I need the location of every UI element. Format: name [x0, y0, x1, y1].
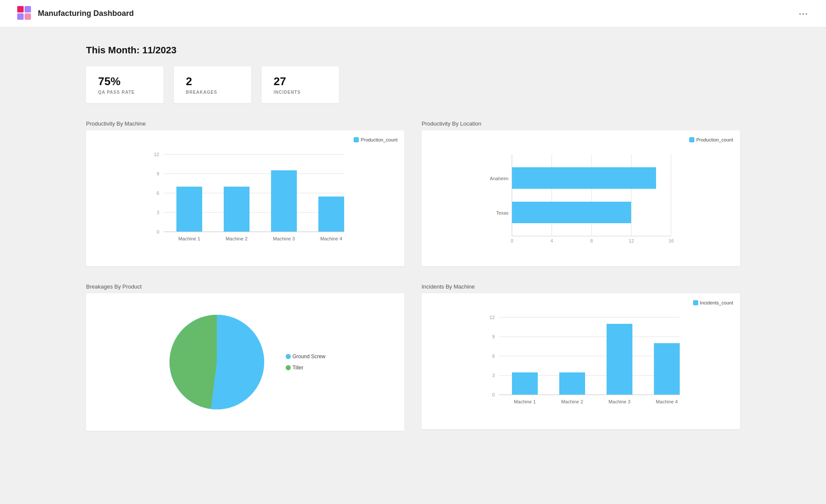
kpi-qa-label: QA PASS RATE	[98, 90, 151, 95]
kpi-card-breakages: 2 BREAKAGES	[174, 66, 251, 103]
grid-menu-icon[interactable]: ⋯	[798, 8, 809, 19]
legend-label-tiller: Tiller	[293, 365, 304, 371]
svg-text:Machine 3: Machine 3	[273, 236, 295, 241]
kpi-incidents-label: INCIDENTS	[274, 90, 327, 95]
app-logo-icon	[17, 6, 33, 22]
bottom-charts-grid: Breakages By Product	[86, 283, 740, 431]
bar-incidents-machine4	[654, 343, 680, 395]
svg-text:6: 6	[492, 353, 495, 359]
svg-text:4: 4	[550, 238, 553, 243]
svg-text:Machine 2: Machine 2	[561, 399, 583, 404]
legend-item-prod-location: Production_count	[689, 137, 733, 142]
incidents-by-machine-section: Incidents By Machine Incidents_count	[422, 283, 740, 431]
breakages-by-product-section: Breakages By Product	[86, 283, 404, 431]
legend-tiller: Tiller	[286, 365, 326, 371]
incidents-machine-title: Incidents By Machine	[422, 283, 740, 290]
productivity-location-legend: Production_count	[428, 137, 733, 142]
svg-text:Anaheim: Anaheim	[490, 176, 509, 181]
legend-dot-production	[354, 137, 359, 142]
legend-label-prod-location: Production_count	[696, 137, 733, 142]
bar-incidents-machine2	[559, 372, 585, 395]
pie-gs-seg	[211, 315, 264, 409]
legend-label-gs: Ground Screw	[293, 353, 326, 360]
svg-text:Machine 1: Machine 1	[514, 399, 536, 404]
productivity-location-chart: Production_count 0	[422, 130, 740, 266]
svg-text:8: 8	[590, 238, 593, 243]
productivity-machine-chart: Production_count 12 9 6 3 0	[86, 130, 404, 266]
breakages-product-chart: Ground Screw Tiller	[86, 293, 404, 431]
kpi-qa-value: 75%	[98, 75, 151, 88]
svg-rect-0	[17, 6, 24, 12]
kpi-incidents-value: 27	[274, 75, 327, 88]
bar-texas	[512, 202, 631, 223]
productivity-location-title: Productivity By Location	[422, 120, 740, 127]
top-charts-grid: Productivity By Machine Production_count	[86, 120, 740, 266]
bar-machine3	[271, 170, 297, 232]
productivity-by-machine-section: Productivity By Machine Production_count	[86, 120, 404, 266]
kpi-breakages-value: 2	[186, 75, 239, 88]
productivity-machine-legend: Production_count	[93, 137, 398, 142]
svg-text:0: 0	[157, 229, 159, 234]
bar-machine1	[176, 187, 202, 232]
productivity-by-location-section: Productivity By Location Production_coun…	[422, 120, 740, 266]
bar-incidents-machine3	[607, 324, 632, 395]
productivity-machine-title: Productivity By Machine	[86, 120, 404, 127]
legend-dot-gs	[286, 354, 291, 359]
pie-tiller-seg	[170, 315, 217, 409]
legend-dot-tiller	[286, 365, 291, 370]
svg-text:12: 12	[629, 238, 634, 243]
svg-rect-2	[17, 13, 24, 20]
bar-chart-machine-svg: 12 9 6 3 0 Machine	[93, 146, 398, 258]
svg-text:12: 12	[490, 315, 495, 320]
bar-machine4	[318, 197, 344, 232]
incidents-machine-chart: Incidents_count 12 9 6 3 0	[422, 293, 740, 429]
pie-chart-svg	[165, 310, 268, 414]
bar-incidents-machine1	[512, 372, 538, 395]
svg-text:Texas: Texas	[496, 210, 509, 215]
svg-text:6: 6	[157, 191, 159, 196]
svg-text:Machine 4: Machine 4	[321, 236, 342, 241]
legend-ground-screw: Ground Screw	[286, 353, 326, 360]
period-title: This Month: 11/2023	[86, 45, 740, 56]
svg-text:9: 9	[157, 171, 159, 176]
app-header: Manufacturing Dashboard ⋯	[0, 0, 826, 28]
bar-machine2	[224, 187, 250, 232]
svg-rect-1	[25, 6, 31, 12]
svg-text:3: 3	[157, 210, 159, 215]
legend-item-production: Production_count	[354, 137, 398, 142]
svg-rect-3	[25, 13, 31, 20]
svg-text:Machine 1: Machine 1	[179, 236, 200, 241]
svg-text:Machine 4: Machine 4	[656, 399, 678, 404]
kpi-card-incidents: 27 INCIDENTS	[262, 66, 339, 103]
incidents-machine-legend: Incidents_count	[428, 300, 733, 305]
kpi-card-qa: 75% QA PASS RATE	[86, 66, 163, 103]
header-left: Manufacturing Dashboard	[17, 6, 134, 22]
app-title: Manufacturing Dashboard	[38, 9, 134, 18]
bar-chart-location-svg: 0 4 8 12 16 Anaheim Texas	[428, 146, 733, 258]
svg-text:9: 9	[492, 334, 495, 339]
svg-text:0: 0	[492, 392, 495, 397]
legend-dot-prod-location	[689, 137, 694, 142]
legend-dot-incidents	[693, 300, 698, 305]
svg-text:12: 12	[154, 152, 159, 157]
main-content: This Month: 11/2023 75% QA PASS RATE 2 B…	[0, 28, 826, 448]
svg-text:Machine 3: Machine 3	[609, 399, 631, 404]
svg-text:Machine 2: Machine 2	[226, 236, 248, 241]
pie-legend: Ground Screw Tiller	[286, 353, 326, 371]
legend-item-incidents: Incidents_count	[693, 300, 733, 305]
svg-text:16: 16	[669, 238, 674, 243]
bar-anaheim	[512, 167, 656, 189]
svg-text:3: 3	[492, 373, 495, 378]
breakages-product-title: Breakages By Product	[86, 283, 404, 290]
legend-label-production: Production_count	[361, 137, 398, 142]
kpi-row: 75% QA PASS RATE 2 BREAKAGES 27 INCIDENT…	[86, 66, 740, 103]
legend-label-incidents: Incidents_count	[700, 300, 733, 305]
svg-text:0: 0	[511, 238, 513, 243]
kpi-breakages-label: BREAKAGES	[186, 90, 239, 95]
bar-chart-incidents-svg: 12 9 6 3 0 Machine	[428, 309, 733, 421]
